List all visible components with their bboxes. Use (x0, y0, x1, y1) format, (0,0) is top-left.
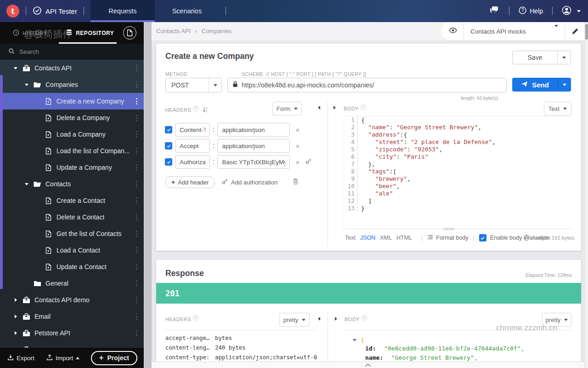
body-mode-html[interactable]: HTML (396, 235, 412, 241)
body-type-dropdown[interactable]: Text (544, 102, 571, 115)
header-value-input[interactable] (217, 139, 290, 153)
sidebar-item-load-a-company[interactable]: Load a Company (0, 126, 144, 143)
editor-resize-handle[interactable] (443, 228, 454, 230)
headers-view-dropdown[interactable]: Form (272, 102, 302, 115)
breadcrumb-current[interactable]: Companies (202, 28, 232, 34)
sidebar-item-contacts[interactable]: Contacts (0, 176, 144, 192)
kebab-menu-icon[interactable] (136, 115, 137, 121)
format-body-button[interactable]: Format body (427, 235, 468, 241)
remove-header-icon[interactable]: × (295, 126, 300, 134)
collapse-left-chevron-icon[interactable] (318, 317, 320, 321)
bottom-scroll-strip[interactable] (152, 362, 584, 368)
edit-environment-pencil-icon[interactable] (565, 28, 584, 35)
sidebar-item-companies[interactable]: Companies (0, 76, 144, 93)
sidebar-item-create-a-contact[interactable]: Create a Contact (0, 192, 144, 209)
scrollbar-thumb[interactable] (585, 24, 588, 40)
kebab-menu-icon[interactable] (136, 131, 137, 138)
new-request-button[interactable] (123, 26, 136, 40)
breadcrumb-parent[interactable]: Contacts API (156, 28, 191, 34)
add-header-button[interactable]: + Add header (165, 176, 215, 188)
kebab-menu-icon[interactable] (136, 164, 137, 171)
collapse-left-chevron-icon[interactable] (318, 106, 320, 109)
kebab-menu-icon[interactable] (136, 280, 137, 287)
import-button[interactable]: Import (46, 354, 79, 362)
vertical-scrollbar[interactable] (584, 22, 588, 368)
caret-right-icon[interactable] (12, 331, 19, 335)
collapse-node-caret-icon[interactable] (353, 339, 356, 341)
tab-requests[interactable]: Requests (90, 0, 155, 22)
sidebar-item-email[interactable]: Email (0, 308, 144, 325)
kebab-menu-icon[interactable] (136, 330, 137, 336)
expand-right-chevron-icon[interactable] (334, 106, 336, 109)
sort-az-icon[interactable]: AZ (203, 108, 208, 114)
kebab-menu-icon[interactable] (136, 81, 137, 88)
search-input[interactable] (19, 48, 120, 55)
response-body-json[interactable]: { id: "0e8cedd0-ad98-11e6-bf2e-47644ada7… (345, 336, 572, 362)
sidebar-resize-gutter[interactable] (144, 22, 152, 368)
sidebar-item-contacts-api-demo[interactable]: Contacts API demo (0, 292, 144, 308)
expand-right-chevron-icon[interactable] (335, 317, 337, 321)
remove-header-icon[interactable]: × (295, 142, 300, 150)
header-value-input[interactable] (217, 123, 290, 137)
help-icon[interactable]: ? (361, 104, 366, 110)
tab-repository[interactable]: REPOSITORY (66, 29, 114, 37)
export-button[interactable]: Export (7, 354, 34, 362)
kebab-menu-icon[interactable] (136, 181, 137, 187)
sidebar-item-load-the-list-of-compan[interactable]: Load the list of Compan... (0, 143, 144, 159)
kebab-menu-icon[interactable] (136, 247, 137, 253)
method-select[interactable]: POST (165, 78, 222, 92)
header-name-input[interactable] (175, 139, 210, 153)
sidebar-item-general[interactable]: General (0, 275, 144, 292)
save-options-caret[interactable] (557, 51, 571, 64)
sidebar-item-petstore-api[interactable]: Petstore API (0, 325, 144, 341)
account-chevron-down-icon[interactable] (577, 10, 581, 12)
app-logo[interactable]: t (6, 5, 19, 17)
body-mode-text[interactable]: Text (345, 235, 356, 241)
header-enabled-checkbox[interactable] (165, 126, 172, 133)
body-mode-xml[interactable]: XML (380, 235, 392, 241)
sidebar-item-delete-a-contact[interactable]: Delete a Contact (0, 209, 144, 225)
send-options-caret[interactable] (558, 78, 571, 92)
remove-header-icon[interactable]: × (295, 158, 300, 166)
url-input[interactable] (242, 81, 499, 89)
kebab-menu-icon[interactable] (136, 297, 137, 303)
sidebar-item-create-a-new-company[interactable]: Create a new Company (0, 93, 144, 109)
account-icon[interactable] (562, 6, 571, 17)
caret-right-icon[interactable] (12, 298, 19, 302)
add-authorization-link[interactable]: Add authorization (222, 178, 277, 186)
send-button[interactable]: Send (512, 78, 571, 92)
header-enabled-checkbox[interactable] (165, 158, 172, 166)
kebab-menu-icon[interactable] (136, 313, 137, 320)
sidebar-item-update-a-contact[interactable]: Update a Contact (0, 259, 144, 275)
body-evaluation-checkbox[interactable] (479, 234, 486, 242)
clear-body-trash-icon[interactable] (524, 234, 530, 243)
caret-down-icon[interactable] (23, 183, 30, 185)
clear-headers-trash-icon[interactable] (293, 178, 299, 187)
sidebar-item-item[interactable] (0, 341, 144, 348)
sidebar-item-delete-a-company[interactable]: Delete a Company (0, 109, 144, 126)
environment-name[interactable]: Contacts API mocks (470, 28, 554, 35)
kebab-menu-icon[interactable] (136, 98, 137, 104)
kebab-menu-icon[interactable] (136, 230, 137, 237)
scroll-up-chevron-icon[interactable] (365, 363, 371, 367)
response-headers-view-dropdown[interactable]: pretty (279, 313, 310, 327)
help-icon[interactable]: ? (193, 106, 198, 111)
kebab-menu-icon[interactable] (136, 214, 137, 220)
header-value-input[interactable] (217, 155, 290, 169)
header-enabled-checkbox[interactable] (165, 142, 172, 150)
key-icon[interactable] (305, 158, 311, 166)
caret-down-icon[interactable] (23, 84, 30, 86)
help-icon[interactable]: ? (193, 315, 198, 321)
sidebar-item-load-a-contact[interactable]: Load a Contact (0, 242, 144, 259)
environment-chevron-down-icon[interactable] (554, 27, 558, 35)
body-editor[interactable]: 1{2 "name": "George Street Brewery",3 "a… (344, 116, 572, 229)
save-button[interactable]: Save (512, 51, 571, 64)
header-name-input[interactable] (175, 155, 210, 169)
add-project-button[interactable]: + Project (91, 351, 137, 365)
help-button[interactable]: ? Help (519, 6, 543, 16)
tab-scenarios[interactable]: Scenarios (155, 0, 219, 22)
sidebar-item-get-the-list-of-contacts[interactable]: Get the list of Contacts (0, 225, 144, 242)
sidebar-item-contacts-api[interactable]: Contacts API (0, 60, 144, 76)
kebab-menu-icon[interactable] (136, 197, 137, 204)
sidebar-item-update-a-company[interactable]: Update a Company (0, 159, 144, 176)
